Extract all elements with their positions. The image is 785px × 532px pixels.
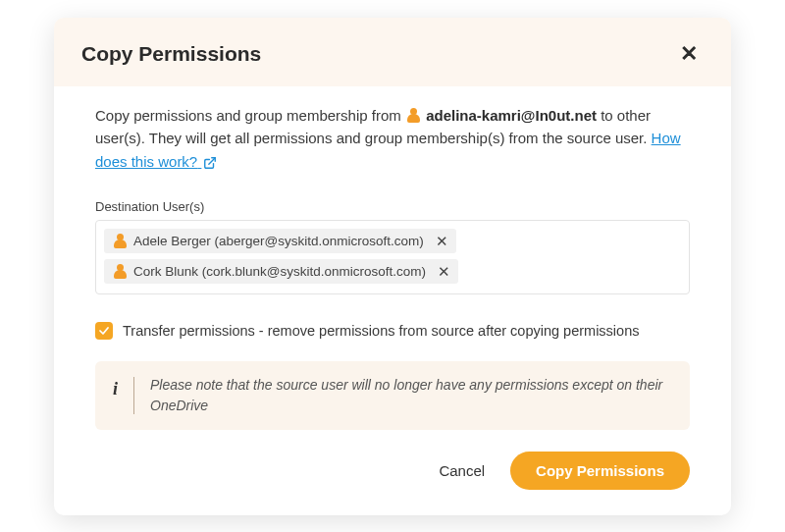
source-user-email: adelina-kamri@In0ut.net xyxy=(426,107,597,124)
cancel-button[interactable]: Cancel xyxy=(435,454,489,487)
modal-title: Copy Permissions xyxy=(81,42,261,66)
person-icon xyxy=(114,264,127,279)
close-icon: ✕ xyxy=(436,233,448,249)
svg-line-0 xyxy=(209,157,215,163)
note-divider xyxy=(133,377,134,414)
user-chip: Adele Berger (aberger@syskitd.onmicrosof… xyxy=(104,229,456,253)
modal-header: Copy Permissions ✕ xyxy=(54,18,731,86)
user-chip-label: Adele Berger (aberger@syskitd.onmicrosof… xyxy=(133,234,424,248)
transfer-permissions-label: Transfer permissions - remove permission… xyxy=(123,323,639,339)
copy-permissions-button[interactable]: Copy Permissions xyxy=(510,452,690,490)
intro-text: Copy permissions and group membership fr… xyxy=(95,104,690,174)
intro-prefix: Copy permissions and group membership fr… xyxy=(95,107,405,124)
transfer-permissions-checkbox[interactable] xyxy=(95,322,113,340)
close-icon: ✕ xyxy=(438,263,450,280)
close-icon: ✕ xyxy=(680,41,698,66)
destination-users-input[interactable]: Adele Berger (aberger@syskitd.onmicrosof… xyxy=(95,220,690,294)
destination-users-label: Destination User(s) xyxy=(95,199,690,214)
copy-permissions-modal: Copy Permissions ✕ Copy permissions and … xyxy=(54,18,731,515)
close-button[interactable]: ✕ xyxy=(674,39,704,69)
person-icon xyxy=(114,234,127,248)
info-note: i Please note that the source user will … xyxy=(95,361,690,430)
remove-user-button[interactable]: ✕ xyxy=(438,264,450,279)
transfer-permissions-row: Transfer permissions - remove permission… xyxy=(95,322,690,340)
check-icon xyxy=(98,325,110,337)
user-chip-label: Cork Blunk (cork.blunk@syskitd.onmicroso… xyxy=(133,264,426,279)
info-note-text: Please note that the source user will no… xyxy=(150,375,672,416)
info-icon: i xyxy=(113,375,118,399)
modal-body: Copy permissions and group membership fr… xyxy=(54,86,731,515)
person-icon xyxy=(407,108,420,123)
remove-user-button[interactable]: ✕ xyxy=(436,234,448,248)
modal-footer: Cancel Copy Permissions xyxy=(95,452,690,490)
external-link-icon xyxy=(203,155,217,171)
user-chip: Cork Blunk (cork.blunk@syskitd.onmicroso… xyxy=(104,259,458,284)
